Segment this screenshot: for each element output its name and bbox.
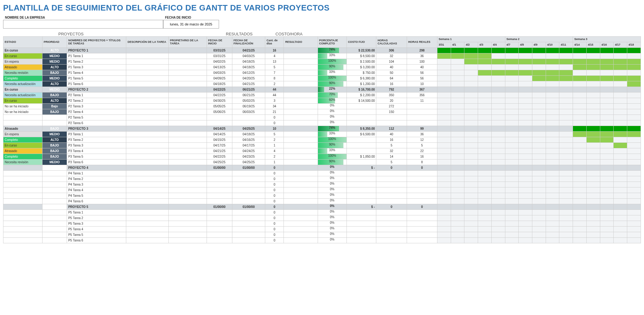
priority-cell[interactable]	[42, 232, 67, 238]
start-cell[interactable]: 04/09/25	[207, 76, 232, 81]
desc-cell[interactable]	[126, 53, 169, 59]
cost-cell[interactable]	[347, 187, 376, 193]
start-cell[interactable]: 04/25/25	[207, 160, 232, 165]
days-cell[interactable]: 8	[265, 76, 284, 81]
hreal-cell[interactable]	[407, 221, 437, 227]
desc-cell[interactable]	[126, 65, 169, 70]
hreal-cell[interactable]: 56	[407, 70, 437, 76]
task-row[interactable]: P5 Tarea 400%	[3, 227, 641, 232]
desc-cell[interactable]	[126, 154, 169, 160]
status-cell[interactable]	[3, 165, 42, 171]
end-cell[interactable]: 04/18/25	[232, 132, 265, 137]
pct-cell[interactable]: 90%	[318, 143, 347, 148]
owner-cell[interactable]	[168, 143, 207, 148]
start-date-input[interactable]	[163, 20, 219, 29]
pct-cell[interactable]: 0%	[318, 176, 347, 182]
hreal-cell[interactable]	[407, 176, 437, 182]
priority-cell[interactable]	[42, 193, 67, 199]
owner-cell[interactable]	[168, 70, 207, 76]
status-cell[interactable]	[3, 204, 42, 210]
priority-cell[interactable]	[42, 227, 67, 232]
cost-cell[interactable]	[347, 210, 376, 215]
result-cell[interactable]	[284, 232, 318, 238]
name-cell[interactable]: P2 Tarea 3	[67, 104, 126, 109]
end-cell[interactable]: 04/25/25	[232, 126, 265, 132]
start-cell[interactable]	[207, 120, 232, 126]
days-cell[interactable]: 4	[265, 148, 284, 154]
desc-cell[interactable]	[126, 148, 169, 154]
priority-cell[interactable]: Bajo	[42, 104, 67, 109]
pct-cell[interactable]: 0%	[318, 182, 347, 187]
status-cell[interactable]	[3, 171, 42, 176]
pct-cell[interactable]: 0%	[318, 215, 347, 221]
result-cell[interactable]	[284, 204, 318, 210]
end-cell[interactable]: 04/24/25	[232, 148, 265, 154]
hreal-cell[interactable]	[407, 232, 437, 238]
result-cell[interactable]	[284, 238, 318, 243]
hreal-cell[interactable]: 356	[407, 92, 437, 98]
name-cell[interactable]: PROYECTO 3	[67, 126, 126, 132]
owner-cell[interactable]	[168, 160, 207, 165]
days-cell[interactable]: 0	[265, 193, 284, 199]
cost-cell[interactable]	[347, 193, 376, 199]
desc-cell[interactable]	[126, 210, 169, 215]
pct-cell[interactable]: 0%	[318, 221, 347, 227]
name-cell[interactable]: P4 Tarea 1	[67, 171, 126, 176]
hcalc-cell[interactable]: 350	[376, 92, 407, 98]
name-cell[interactable]: P3 Tarea 5	[67, 154, 126, 160]
result-cell[interactable]	[284, 76, 318, 81]
owner-cell[interactable]	[168, 221, 207, 227]
task-row[interactable]: Necesita revisiónBAJOP1 Tarea 404/03/250…	[3, 70, 641, 76]
hcalc-cell[interactable]	[376, 115, 407, 120]
start-cell[interactable]: 04/13/25	[207, 65, 232, 70]
days-cell[interactable]: 5	[265, 65, 284, 70]
days-cell[interactable]: 1	[265, 160, 284, 165]
desc-cell[interactable]	[126, 221, 169, 227]
priority-cell[interactable]	[42, 171, 67, 176]
status-cell[interactable]: En curso	[3, 53, 42, 59]
priority-cell[interactable]: ALTO	[42, 48, 67, 53]
start-cell[interactable]: 05/05/25	[207, 104, 232, 109]
start-cell[interactable]	[207, 215, 232, 221]
status-cell[interactable]: Completo	[3, 137, 42, 143]
hreal-cell[interactable]	[407, 193, 437, 199]
priority-cell[interactable]: BAJO	[42, 92, 67, 98]
hreal-cell[interactable]: 298	[407, 48, 437, 53]
days-cell[interactable]: 1	[265, 143, 284, 148]
hcalc-cell[interactable]: 64	[376, 76, 407, 81]
hreal-cell[interactable]	[407, 215, 437, 221]
owner-cell[interactable]	[168, 109, 207, 115]
end-cell[interactable]: 06/19/25	[232, 104, 265, 109]
hcalc-cell[interactable]	[376, 193, 407, 199]
pct-cell[interactable]: 0%	[318, 115, 347, 120]
days-cell[interactable]: 0	[265, 187, 284, 193]
priority-cell[interactable]	[42, 215, 67, 221]
name-cell[interactable]: P5 Tarea 1	[67, 210, 126, 215]
owner-cell[interactable]	[168, 53, 207, 59]
hreal-cell[interactable]: 36	[407, 53, 437, 59]
status-cell[interactable]: En curso	[3, 87, 42, 92]
hcalc-cell[interactable]: 150	[376, 109, 407, 115]
name-cell[interactable]: P3 Tarea 2	[67, 137, 126, 143]
name-cell[interactable]: P5 Tarea 3	[67, 221, 126, 227]
days-cell[interactable]: 0	[265, 115, 284, 120]
desc-cell[interactable]	[126, 182, 169, 187]
hcalc-cell[interactable]: 14	[376, 154, 407, 160]
cost-cell[interactable]	[347, 199, 376, 204]
status-cell[interactable]: Necesita revisión	[3, 160, 42, 165]
days-cell[interactable]: 0	[265, 120, 284, 126]
result-cell[interactable]	[284, 148, 318, 154]
desc-cell[interactable]	[126, 160, 169, 165]
hreal-cell[interactable]: 367	[407, 87, 437, 92]
pct-cell[interactable]: 33%	[318, 148, 347, 154]
days-cell[interactable]: 16	[265, 48, 284, 53]
result-cell[interactable]	[284, 143, 318, 148]
priority-cell[interactable]: BAJO	[42, 70, 67, 76]
status-cell[interactable]	[3, 176, 42, 182]
days-cell[interactable]: 21	[265, 109, 284, 115]
start-cell[interactable]	[207, 182, 232, 187]
result-cell[interactable]	[284, 132, 318, 137]
cost-cell[interactable]	[347, 182, 376, 187]
task-row[interactable]: P5 Tarea 600%	[3, 238, 641, 243]
pct-cell[interactable]: 100%	[318, 154, 347, 160]
